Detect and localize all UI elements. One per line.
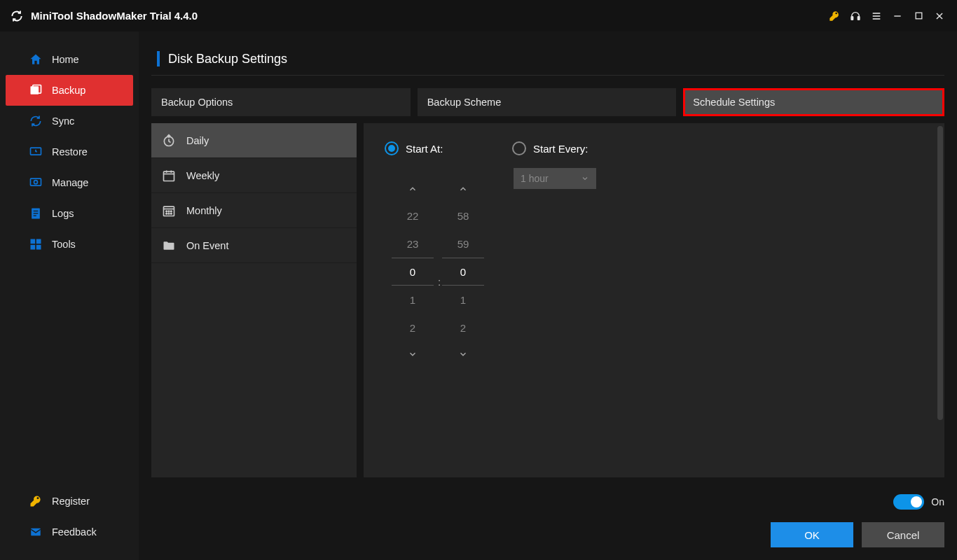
panel-scrollbar[interactable] [937, 126, 943, 420]
hour-option[interactable]: 22 [407, 202, 419, 230]
svg-rect-6 [916, 13, 922, 19]
sidebar-item-label: Feedback [52, 526, 97, 538]
tools-icon [28, 237, 43, 252]
tab-label: Backup Scheme [427, 97, 502, 108]
schedule-type-daily[interactable]: Daily [151, 123, 357, 158]
svg-point-35 [171, 213, 172, 214]
minute-column: 58 59 0 1 2 [438, 176, 488, 367]
content-area: Disk Backup Settings Backup Options Back… [139, 31, 957, 560]
tabs: Backup Options Backup Scheme Schedule Se… [151, 88, 944, 116]
sidebar-item-label: Home [52, 54, 79, 65]
sidebar-item-label: Restore [52, 146, 88, 158]
svg-rect-20 [31, 245, 36, 250]
minute-up-icon[interactable] [458, 176, 468, 202]
minute-down-icon[interactable] [458, 342, 468, 367]
svg-rect-21 [36, 245, 41, 250]
app-title: MiniTool ShadowMaker Trial 4.4.0 [31, 10, 198, 22]
schedule-type-list: Daily Weekly Monthly On Event [151, 123, 357, 477]
sidebar-item-register[interactable]: Register [0, 486, 139, 517]
close-icon[interactable] [929, 6, 950, 27]
radio-start-every[interactable] [512, 141, 526, 155]
footer: On OK Cancel [151, 477, 944, 547]
radio-start-at-row: Start At: [385, 141, 488, 155]
minute-option[interactable]: 1 [460, 286, 466, 314]
minute-option[interactable]: 58 [457, 202, 469, 230]
sidebar-item-label: Manage [52, 177, 88, 188]
sidebar-item-manage[interactable]: Manage [0, 167, 139, 198]
headset-icon[interactable] [845, 6, 866, 27]
schedule-type-label: Weekly [186, 170, 219, 181]
backup-icon [28, 83, 43, 98]
sidebar-item-tools[interactable]: Tools [0, 229, 139, 260]
folder-icon [161, 238, 177, 253]
minimize-icon[interactable] [887, 6, 908, 27]
svg-point-33 [166, 213, 167, 214]
button-label: OK [804, 529, 820, 541]
minute-option[interactable]: 59 [457, 230, 469, 258]
svg-rect-0 [851, 16, 853, 20]
svg-point-34 [168, 213, 170, 214]
schedule-type-monthly[interactable]: Monthly [151, 193, 357, 228]
minute-selected[interactable]: 0 [442, 258, 484, 286]
schedule-toggle-label: On [931, 496, 944, 507]
cancel-button[interactable]: Cancel [862, 522, 944, 547]
svg-rect-12 [31, 178, 41, 186]
sidebar-item-restore[interactable]: Restore [0, 136, 139, 167]
schedule-type-on-event[interactable]: On Event [151, 228, 357, 263]
sidebar-item-label: Backup [52, 85, 85, 96]
schedule-settings-panel: Start At: 22 23 0 1 2 [364, 123, 944, 477]
sidebar-item-label: Register [52, 496, 90, 507]
clock-icon [161, 133, 177, 148]
minute-option[interactable]: 2 [460, 314, 466, 342]
page-title-accent [157, 51, 160, 66]
hour-option[interactable]: 2 [410, 314, 415, 342]
sidebar-item-sync[interactable]: Sync [0, 106, 139, 136]
sidebar: Home Backup Sync Restore Manage Logs Too… [0, 31, 139, 560]
sidebar-item-logs[interactable]: Logs [0, 198, 139, 229]
sidebar-item-home[interactable]: Home [0, 44, 139, 75]
calendar-grid-icon [161, 203, 177, 218]
radio-start-at[interactable] [385, 141, 399, 155]
maximize-icon[interactable] [908, 6, 929, 27]
radio-start-every-row: Start Every: [512, 141, 596, 155]
tab-backup-scheme[interactable]: Backup Scheme [418, 88, 677, 116]
sidebar-item-backup[interactable]: Backup [6, 75, 133, 106]
svg-point-13 [34, 181, 38, 184]
tab-label: Backup Options [161, 97, 233, 108]
calendar-icon [161, 168, 177, 183]
tab-schedule-settings[interactable]: Schedule Settings [683, 88, 944, 116]
manage-icon [28, 175, 43, 190]
schedule-type-weekly[interactable]: Weekly [151, 158, 357, 193]
app-logo-icon [10, 9, 24, 23]
tab-backup-options[interactable]: Backup Options [151, 88, 411, 116]
hour-up-icon[interactable] [408, 176, 418, 202]
svg-rect-19 [36, 239, 41, 244]
svg-rect-17 [34, 216, 36, 216]
hour-option[interactable]: 23 [407, 230, 419, 258]
key-icon[interactable] [824, 6, 845, 27]
hour-down-icon[interactable] [408, 342, 418, 367]
interval-select[interactable]: 1 hour [514, 168, 596, 189]
hour-column: 22 23 0 1 2 [387, 176, 438, 367]
restore-icon [28, 144, 43, 160]
page-title-row: Disk Backup Settings [151, 51, 944, 76]
feedback-mail-icon [28, 524, 43, 540]
schedule-type-label: Daily [186, 135, 209, 146]
chevron-down-icon [581, 174, 589, 183]
logs-icon [28, 206, 43, 221]
ok-button[interactable]: OK [771, 522, 853, 547]
menu-icon[interactable] [866, 6, 887, 27]
svg-rect-16 [34, 213, 39, 214]
schedule-toggle[interactable] [893, 494, 924, 510]
svg-point-32 [171, 211, 172, 212]
sidebar-item-feedback[interactable]: Feedback [0, 517, 139, 547]
hour-selected[interactable]: 0 [392, 258, 434, 286]
svg-rect-24 [164, 172, 174, 181]
sidebar-item-label: Sync [52, 115, 74, 127]
sync-icon [28, 113, 43, 129]
schedule-type-label: On Event [186, 240, 228, 251]
svg-point-30 [166, 211, 167, 212]
radio-start-at-label: Start At: [406, 143, 443, 155]
sidebar-item-label: Tools [52, 239, 76, 250]
hour-option[interactable]: 1 [410, 286, 415, 314]
